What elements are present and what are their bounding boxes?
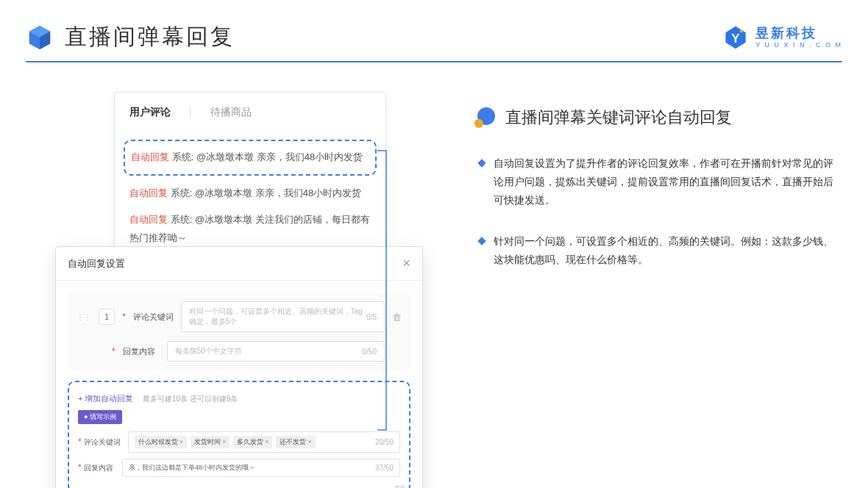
comment-highlighted: 自动回复 系统: @冰墩墩本墩 亲亲，我们48小时内发货 (124, 140, 377, 176)
comment-sys: 系统: (171, 214, 193, 225)
required-star: * (122, 312, 126, 322)
char-count-orphan: /50 (394, 485, 405, 488)
example-frame: + 增加自动回复 最多可建10条 还可以创建9条 ● 填写示例 *评论关键词 什… (68, 381, 410, 488)
brand-logo: Y 昱新科技 Y U U X I N . C O M (723, 25, 842, 50)
brand-name-en: Y U U X I N . C O M (755, 42, 842, 49)
tag-chip: 还不发货× (276, 436, 315, 448)
field-label-keyword: 评论关键词 (133, 312, 174, 323)
dialog-title: 自动回复设置 (68, 257, 125, 270)
trash-icon[interactable]: 🗑 (392, 312, 402, 323)
tab-pending-goods[interactable]: 待播商品 (210, 106, 252, 125)
auto-reply-tag: 自动回复 (131, 151, 169, 162)
diamond-icon (477, 159, 485, 167)
placeholder-text: 每条限50个中文字符 (175, 346, 242, 356)
comment-item: 自动回复 系统: @冰墩墩本墩 关注我们的店铺，每日都有热门推荐呦～ (129, 211, 371, 247)
example-reply-text: 亲，我们这边都是下单48小时内发货的哦～ (129, 463, 255, 473)
comment-text: @冰墩墩本墩 亲亲，我们48小时内发货 (196, 151, 363, 162)
char-count: 0/50 (363, 348, 377, 356)
example-badge: ● 填写示例 (78, 410, 122, 424)
placeholder-text: 对同一个问题，可设置多个相近、高频的关键词，Tag确定，最多5个 (189, 306, 366, 327)
description-text: 针对同一个问题，可设置多个相近的、高频的关键词。例如：这款多少钱、这块能优惠吗、… (494, 232, 842, 269)
keyword-input[interactable]: 对同一个问题，可设置多个相近、高频的关键词，Tag确定，最多5个 0/5 (181, 301, 385, 332)
comment-sys: 系统: (171, 187, 193, 198)
auto-reply-settings-dialog: 自动回复设置 × ⋮⋮ 1 * 评论关键词 对同一个问题，可设置多个相近、高频的… (55, 246, 423, 488)
feature-title-text: 直播间弹幕关键词评论自动回复 (505, 107, 732, 129)
reply-input[interactable]: 每条限50个中文字符 0/50 (167, 341, 385, 362)
tabs: 用户评论 | 待播商品 (129, 106, 371, 125)
tag-chip: 多久发货× (233, 436, 272, 448)
auto-reply-tag: 自动回复 (129, 214, 168, 225)
feature-title: 直播间弹幕关键词评论自动回复 (474, 107, 842, 129)
close-icon[interactable]: × (402, 256, 410, 271)
svg-text:Y: Y (731, 31, 740, 45)
cube-icon (26, 24, 54, 51)
comment-text: @冰墩墩本墩 亲亲，我们48小时内发货 (195, 187, 361, 198)
tag-chip: 什么时候发货× (135, 436, 187, 448)
description-item: 针对同一个问题，可设置多个相近的、高频的关键词。例如：这款多少钱、这块能优惠吗、… (474, 232, 842, 269)
add-auto-reply-link[interactable]: + 增加自动回复 (78, 394, 133, 403)
example-keyword-field: 什么时候发货× 发货时间× 多久发货× 还不发货× 20/50 (128, 431, 400, 453)
tag-chip: 发货时间× (191, 436, 230, 448)
char-count: 20/50 (375, 438, 394, 446)
tab-separator: | (189, 106, 192, 125)
comment-item: 自动回复 系统: @冰墩墩本墩 亲亲，我们48小时内发货 (129, 184, 371, 203)
required-star: * (112, 346, 115, 356)
diamond-icon (477, 237, 485, 245)
add-hint: 最多可建10条 还可以创建9条 (143, 395, 238, 403)
comment-sys: 系统: (172, 151, 194, 162)
ex-label-keyword: *评论关键词 (78, 437, 121, 448)
svg-point-5 (740, 29, 743, 32)
ex-label-reply: *回复内容 (78, 462, 115, 473)
page-title: 直播间弹幕回复 (65, 22, 235, 52)
char-count: 37/50 (375, 464, 394, 472)
description-item: 自动回复设置为了提升作者的评论回复效率，作者可在开播前针对常见的评论用户问题，提… (474, 154, 842, 210)
brand-name-cn: 昱新科技 (755, 26, 842, 40)
field-label-reply: 回复内容 (123, 346, 160, 357)
char-count: 0/5 (366, 313, 377, 321)
auto-reply-tag: 自动回复 (129, 187, 168, 198)
tab-user-comments[interactable]: 用户评论 (129, 106, 171, 125)
example-reply-field: 亲，我们这边都是下单48小时内发货的哦～ 37/50 (122, 459, 400, 477)
description-text: 自动回复设置为了提升作者的评论回复效率，作者可在开播前针对常见的评论用户问题，提… (494, 154, 842, 210)
drag-handle-icon[interactable]: ⋮⋮ (77, 315, 91, 320)
row-index: 1 (99, 309, 115, 325)
bullet-icon (474, 107, 495, 128)
